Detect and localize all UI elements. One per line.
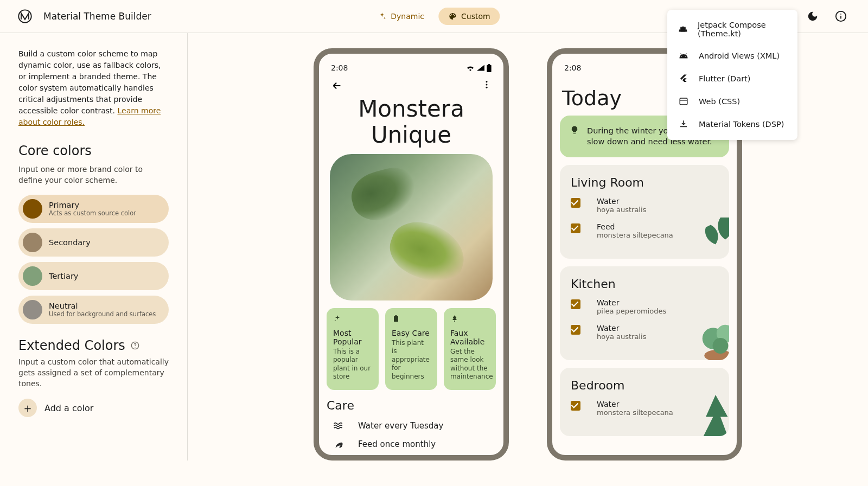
status-icons bbox=[466, 64, 492, 72]
care-heading: Care bbox=[327, 399, 496, 412]
info-button[interactable] bbox=[831, 7, 851, 26]
export-item-label: Jetpack Compose (Theme.kt) bbox=[698, 21, 787, 38]
task-title: Water bbox=[597, 197, 646, 206]
chip-easy-care[interactable]: Easy Care This plant is appropriate for … bbox=[385, 308, 437, 390]
checkbox-icon[interactable] bbox=[571, 198, 580, 208]
task-sub: monstera siltepecana bbox=[597, 231, 673, 239]
color-label: Secondary bbox=[49, 238, 91, 247]
color-label: Tertiary bbox=[49, 272, 78, 280]
color-row-tertiary[interactable]: Tertiary bbox=[18, 262, 169, 290]
svg-point-0 bbox=[18, 10, 31, 22]
web-icon bbox=[678, 97, 689, 106]
color-swatch bbox=[23, 199, 42, 219]
more-icon[interactable] bbox=[482, 80, 492, 92]
export-menu: Jetpack Compose (Theme.kt) Android Views… bbox=[667, 10, 797, 140]
tab-custom[interactable]: Custom bbox=[438, 8, 500, 25]
checkbox-icon[interactable] bbox=[571, 325, 580, 335]
plant-illustration bbox=[691, 210, 729, 259]
plus-icon: + bbox=[18, 399, 37, 417]
core-colors-sub: Input one or more brand color to define … bbox=[18, 164, 169, 186]
room-card-kitchen: Kitchen Waterpilea peperomiodes Waterhoy… bbox=[560, 266, 729, 360]
extended-colors-sub: Input a custom color that automatically … bbox=[18, 356, 169, 389]
task-sub: pilea peperomiodes bbox=[597, 307, 666, 315]
download-icon bbox=[678, 119, 689, 129]
info-icon bbox=[835, 10, 847, 22]
color-label: Primary bbox=[49, 201, 136, 209]
care-item-label: Feed once monthly bbox=[358, 439, 436, 449]
task-title: Water bbox=[597, 298, 666, 307]
add-color-label: Add a color bbox=[44, 403, 93, 413]
chip-title: Faux Available bbox=[450, 329, 489, 346]
export-item-dsp[interactable]: Material Tokens (DSP) bbox=[667, 113, 797, 136]
room-title: Kitchen bbox=[571, 277, 718, 291]
tab-dynamic[interactable]: Dynamic bbox=[368, 8, 434, 25]
sparkle-icon bbox=[378, 12, 386, 21]
room-title: Living Room bbox=[571, 176, 718, 189]
task-title: Water bbox=[597, 324, 646, 332]
add-color-button[interactable]: + Add a color bbox=[18, 399, 169, 417]
color-row-secondary[interactable]: Secondary bbox=[18, 228, 169, 257]
sparkle-icon bbox=[333, 315, 372, 323]
help-icon[interactable] bbox=[131, 341, 139, 350]
clipboard-icon bbox=[392, 315, 431, 323]
room-card-bedroom: Bedroom Watermonstera siltepecana bbox=[560, 368, 729, 436]
sidebar: Build a custom color scheme to map dynam… bbox=[0, 33, 188, 461]
tree-icon bbox=[450, 315, 489, 323]
chip-title: Most Popular bbox=[333, 329, 372, 346]
phone-preview-detail: 2:08 MonsteraUnique Most Popular This is… bbox=[314, 48, 509, 461]
svg-rect-13 bbox=[394, 316, 398, 322]
wifi-icon bbox=[466, 65, 475, 71]
moon-icon bbox=[807, 10, 819, 22]
svg-point-10 bbox=[486, 81, 488, 82]
android-icon bbox=[678, 24, 688, 34]
color-label: Neutral bbox=[49, 302, 156, 310]
color-swatch bbox=[23, 233, 42, 252]
care-item: Feed once monthly bbox=[326, 435, 497, 453]
export-item-web[interactable]: Web (CSS) bbox=[667, 90, 797, 113]
extended-colors-heading: Extended Colors bbox=[18, 338, 125, 353]
signal-icon bbox=[477, 65, 484, 71]
export-item-jetpack[interactable]: Jetpack Compose (Theme.kt) bbox=[667, 14, 797, 44]
task-sub: hoya australis bbox=[597, 332, 646, 341]
export-item-label: Android Views (XML) bbox=[699, 52, 780, 60]
svg-point-7 bbox=[135, 347, 135, 347]
app-title: Material Theme Builder bbox=[43, 11, 151, 22]
chip-sub: Get the same look without the maintenanc… bbox=[450, 348, 489, 381]
export-item-label: Material Tokens (DSP) bbox=[699, 120, 784, 129]
checkbox-icon[interactable] bbox=[571, 223, 580, 233]
color-row-primary[interactable]: Primary Acts as custom source color bbox=[18, 195, 169, 223]
task-title: Water bbox=[597, 400, 673, 408]
color-sublabel: Acts as custom source color bbox=[49, 209, 136, 217]
plant-illustration bbox=[691, 311, 729, 360]
room-card-living: Living Room Waterhoya australis Feedmons… bbox=[560, 165, 729, 259]
chip-sub: This is a popular plant in our store bbox=[333, 348, 372, 381]
svg-point-20 bbox=[713, 338, 729, 354]
status-time: 2:08 bbox=[331, 63, 348, 72]
chip-title: Easy Care bbox=[392, 329, 431, 337]
dark-mode-toggle[interactable] bbox=[803, 7, 822, 26]
chip-faux[interactable]: Faux Available Get the same look without… bbox=[444, 308, 496, 390]
svg-point-11 bbox=[486, 84, 488, 86]
task-sub: monstera siltepecana bbox=[597, 408, 673, 417]
care-item: Water every Tuesday bbox=[326, 417, 497, 435]
color-row-neutral[interactable]: Neutral Used for background and surfaces bbox=[18, 296, 169, 324]
export-item-android-xml[interactable]: Android Views (XML) bbox=[667, 44, 797, 67]
export-item-flutter[interactable]: Flutter (Dart) bbox=[667, 67, 797, 90]
svg-rect-8 bbox=[487, 65, 491, 72]
color-sublabel: Used for background and surfaces bbox=[49, 310, 156, 318]
status-time: 2:08 bbox=[564, 63, 581, 72]
chip-sub: This plant is appropriate for beginners bbox=[392, 339, 431, 381]
color-swatch bbox=[23, 300, 42, 319]
checkbox-icon[interactable] bbox=[571, 299, 580, 309]
back-icon[interactable] bbox=[331, 80, 343, 92]
sidebar-description: Build a custom color scheme to map dynam… bbox=[18, 48, 169, 128]
svg-point-3 bbox=[840, 14, 841, 15]
top-bar: Material Theme Builder Dynamic Custom bbox=[0, 0, 868, 33]
leaf-icon bbox=[333, 439, 344, 449]
palette-icon bbox=[448, 12, 457, 21]
chip-most-popular[interactable]: Most Popular This is a popular plant in … bbox=[327, 308, 379, 390]
checkbox-icon[interactable] bbox=[571, 401, 580, 411]
task-sub: hoya australis bbox=[597, 206, 646, 214]
lightbulb-icon bbox=[570, 125, 579, 148]
color-swatch bbox=[23, 266, 42, 286]
